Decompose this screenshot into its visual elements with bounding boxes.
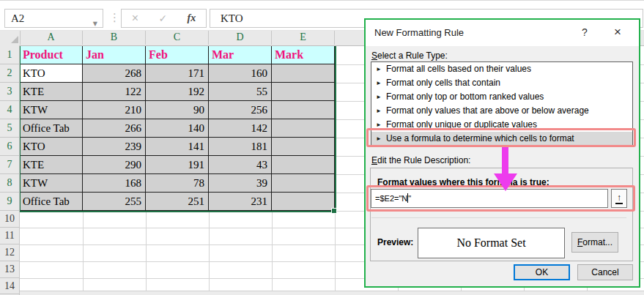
cell-A9[interactable]: Office Tab <box>20 193 83 211</box>
cell-C9[interactable]: 251 <box>146 193 209 211</box>
cell-B7[interactable]: 290 <box>83 156 146 174</box>
cell-D3[interactable]: 55 <box>209 83 272 101</box>
format-button[interactable]: Format... <box>571 232 618 253</box>
cell-D5[interactable]: 142 <box>209 119 272 138</box>
row-header-13[interactable]: 13 <box>0 261 19 278</box>
column-header-a[interactable]: A <box>20 29 83 45</box>
cell-B4[interactable]: 210 <box>83 101 146 119</box>
name-box[interactable]: A2 ▼ <box>4 9 103 28</box>
rule-type-option-6-selected[interactable]: ►Use a formula to determine which cells … <box>371 132 632 146</box>
edit-rule-description-label: Edit the Rule Description: <box>371 155 470 165</box>
cell-A8[interactable]: KTW <box>20 174 83 193</box>
cell-B3[interactable]: 122 <box>83 83 146 101</box>
cell-D1[interactable]: Mar <box>209 45 272 64</box>
formula-bar-separator: ⋮ <box>109 8 120 27</box>
cell-B8[interactable]: 168 <box>83 174 146 193</box>
formula-input[interactable]: =$E2="N" <box>371 189 608 208</box>
ok-button[interactable]: OK <box>514 264 570 280</box>
row-header-5[interactable]: 5 <box>0 119 19 138</box>
cell-A1[interactable]: Product <box>20 45 83 64</box>
cell-E9[interactable] <box>272 193 335 211</box>
column-header-e[interactable]: E <box>272 29 335 45</box>
rule-type-option-4[interactable]: ►Format only values that are above or be… <box>371 104 632 118</box>
cell-E7[interactable] <box>272 156 335 174</box>
row-header-8[interactable]: 8 <box>0 174 19 193</box>
rule-type-text: Format only unique or duplicate values <box>386 119 537 130</box>
insert-function-icon[interactable]: fx <box>188 12 196 24</box>
row-header-6[interactable]: 6 <box>0 138 19 156</box>
cell-C3[interactable]: 192 <box>146 83 209 101</box>
cell-E5[interactable] <box>272 119 335 138</box>
close-icon[interactable]: × <box>611 25 624 40</box>
enter-entry-icon[interactable]: ✓ <box>158 12 167 24</box>
annotation-arrow-shaft <box>502 147 508 173</box>
cancel-button[interactable]: Cancel <box>577 264 633 280</box>
row-header-12[interactable]: 12 <box>0 244 19 261</box>
cell-E1[interactable]: Mark <box>272 45 335 64</box>
cell-A3[interactable]: KTE <box>20 83 83 101</box>
rule-type-option-1[interactable]: ►Format all cells based on their values <box>371 62 632 76</box>
cell-C2[interactable]: 171 <box>146 64 209 83</box>
cell-B1[interactable]: Jan <box>83 45 146 64</box>
cell-E8[interactable] <box>272 174 335 193</box>
cell-D4[interactable]: 256 <box>209 101 272 119</box>
cell-A4[interactable]: KTW <box>20 101 83 119</box>
arrow-bullet-icon: ► <box>376 122 382 128</box>
cell-C7[interactable]: 191 <box>146 156 209 174</box>
fill-handle[interactable] <box>331 208 337 214</box>
cell-E6[interactable] <box>272 138 335 156</box>
rule-type-list: ►Format all cells based on their values … <box>371 61 633 146</box>
cell-D2[interactable]: 160 <box>209 64 272 83</box>
cell-D7[interactable]: 43 <box>209 156 272 174</box>
rule-type-option-3[interactable]: ►Format only top or bottom ranked values <box>371 90 632 104</box>
cancel-entry-icon[interactable]: × <box>132 12 138 25</box>
cell-C5[interactable]: 140 <box>146 119 209 138</box>
cell-B6[interactable]: 239 <box>83 138 146 156</box>
collapse-dialog-button[interactable]: ↑ <box>611 189 627 208</box>
cell-E4[interactable] <box>272 101 335 119</box>
row-header-3[interactable]: 3 <box>0 83 19 101</box>
cell-A2[interactable]: KTO <box>20 64 83 83</box>
cell-A7[interactable]: KTE <box>20 156 83 174</box>
cell-C4[interactable]: 90 <box>146 101 209 119</box>
row-header-9[interactable]: 9 <box>0 193 19 211</box>
row-header-10[interactable]: 10 <box>0 211 19 228</box>
cell-C1[interactable]: Feb <box>146 45 209 64</box>
cell-B9[interactable]: 255 <box>83 193 146 211</box>
cell-A5[interactable]: Office Tab <box>20 119 83 138</box>
column-header-c[interactable]: C <box>146 29 209 45</box>
rule-type-option-5[interactable]: ►Format only unique or duplicate values <box>371 118 632 132</box>
data-table: Product Jan Feb Mar Mark KTO 268 171 160… <box>20 45 335 211</box>
arrow-bullet-icon: ► <box>376 80 382 86</box>
access-key: S <box>371 51 377 61</box>
cell-D9[interactable]: 231 <box>209 193 272 211</box>
rule-type-text: Use a formula to determine which cells t… <box>386 133 574 143</box>
formula-text: " <box>408 194 411 203</box>
cell-A6[interactable]: KTO <box>20 138 83 156</box>
cell-B5[interactable]: 266 <box>83 119 146 138</box>
row-headers: 1 2 3 4 5 6 7 8 9 10 11 12 13 14 <box>0 45 20 295</box>
row-header-14[interactable]: 14 <box>0 278 19 294</box>
cell-E2[interactable] <box>272 64 335 83</box>
formula-bar-content: KTO <box>221 12 243 24</box>
button-text: ormat... <box>582 237 612 247</box>
bottom-scroll-strip[interactable] <box>0 291 644 295</box>
row-header-2[interactable]: 2 <box>0 64 19 83</box>
row-header-11[interactable]: 11 <box>0 228 19 244</box>
cell-D6[interactable]: 181 <box>209 138 272 156</box>
group-divider <box>371 217 626 218</box>
cell-C8[interactable]: 78 <box>146 174 209 193</box>
rule-type-option-2[interactable]: ►Format only cells that contain <box>371 76 632 90</box>
cell-B2[interactable]: 268 <box>83 64 146 83</box>
row-header-4[interactable]: 4 <box>0 101 19 119</box>
cell-E3[interactable] <box>272 83 335 101</box>
select-all-corner[interactable] <box>0 29 21 45</box>
dialog-title-bar: New Formatting Rule ? × <box>366 20 639 46</box>
cell-C6[interactable]: 141 <box>146 138 209 156</box>
row-header-1[interactable]: 1 <box>0 45 19 64</box>
help-icon[interactable]: ? <box>579 26 591 38</box>
column-header-d[interactable]: D <box>209 29 272 45</box>
cell-D8[interactable]: 39 <box>209 174 272 193</box>
row-header-7[interactable]: 7 <box>0 156 19 174</box>
chevron-down-icon[interactable]: ▼ <box>93 15 97 33</box>
